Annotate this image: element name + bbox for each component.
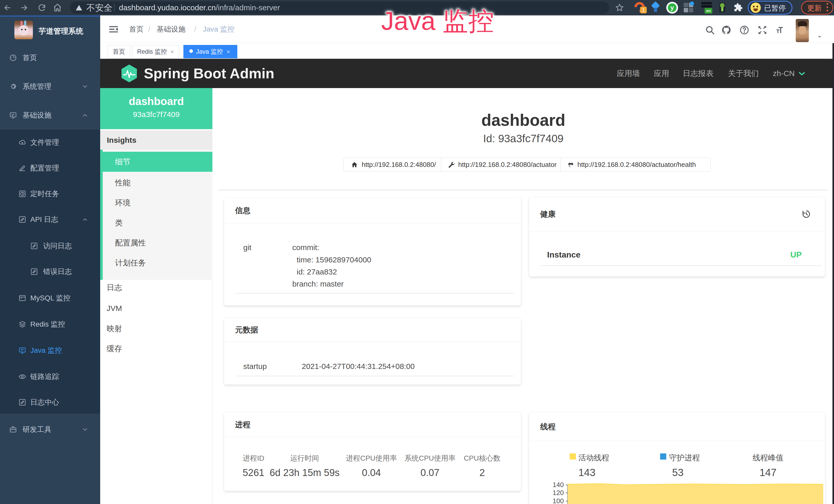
svg-text:120: 120 <box>553 489 564 497</box>
svg-text:140: 140 <box>553 481 564 488</box>
svg-text:100: 100 <box>553 497 564 504</box>
